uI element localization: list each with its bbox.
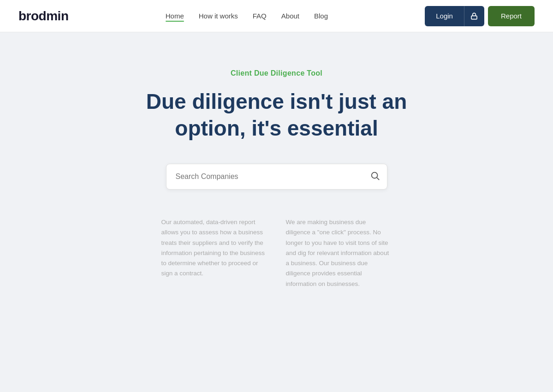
site-header: brodmin Home How it works FAQ About Blog… — [0, 0, 553, 32]
hero-title: Due diligence isn't just an option, it's… — [146, 89, 407, 142]
description-left: Our automated, data-driven report allows… — [161, 217, 268, 289]
main-content: Client Due Diligence Tool Due diligence … — [0, 32, 553, 317]
nav-about[interactable]: About — [281, 12, 299, 20]
main-nav: Home How it works FAQ About Blog — [166, 12, 328, 20]
nav-blog[interactable]: Blog — [314, 12, 328, 20]
search-input[interactable] — [166, 164, 387, 190]
brand-logo: brodmin — [18, 9, 69, 24]
hero-title-line1: Due diligence isn't just an — [146, 89, 407, 113]
description-right: We are making business due diligence a "… — [286, 217, 392, 289]
hero-subtitle: Client Due Diligence Tool — [231, 69, 322, 77]
header-actions: Login Report — [425, 6, 535, 26]
description-row: Our automated, data-driven report allows… — [161, 217, 392, 289]
report-button[interactable]: Report — [488, 6, 535, 26]
svg-rect-0 — [471, 16, 477, 19]
login-button[interactable]: Login — [425, 6, 464, 26]
nav-home[interactable]: Home — [166, 12, 184, 20]
lock-icon — [470, 12, 478, 20]
hero-title-line2: option, it's essential — [175, 116, 378, 140]
nav-faq[interactable]: FAQ — [253, 12, 267, 20]
lock-button[interactable] — [464, 6, 484, 26]
search-container — [166, 164, 387, 190]
nav-how-it-works[interactable]: How it works — [199, 12, 238, 20]
